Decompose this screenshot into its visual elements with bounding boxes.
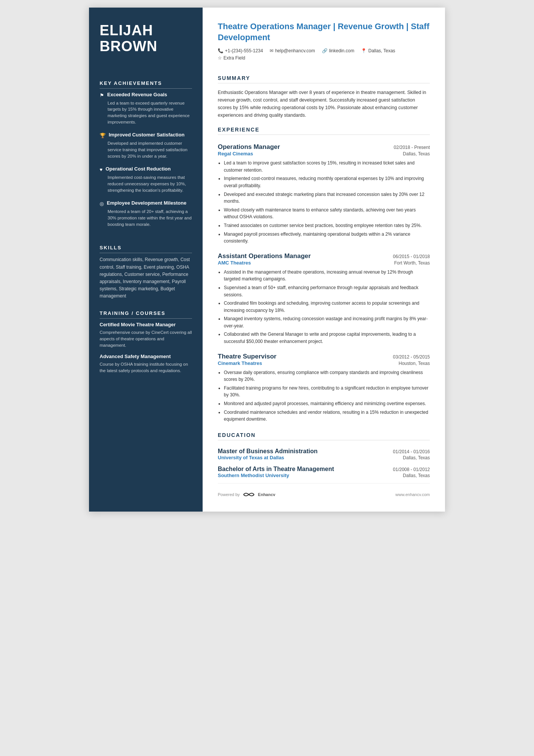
job-entry-1: Operations Manager 02/2018 - Present Reg… (218, 137, 430, 246)
bullet: Worked closely with maintenance teams to… (224, 207, 430, 221)
resume-footer: Powered by Enhancv www.enhancv.com (218, 483, 430, 498)
job-dates-2: 06/2015 - 01/2018 (393, 254, 430, 259)
course-title-1: Certified Movie Theatre Manager (100, 322, 192, 328)
candidate-name: ELIJAH BROWN (100, 23, 192, 55)
contact-location: 📍 Dallas, Texas (361, 48, 395, 53)
job-company-3: Cinemark Theatres (218, 360, 262, 366)
contact-row: 📞 +1-(234)-555-1234 ✉ help@enhancv.com 🔗… (218, 48, 430, 53)
course-item: Certified Movie Theatre Manager Comprehe… (100, 322, 192, 348)
achievement-title-4: Employee Development Milestone (107, 200, 186, 207)
star-icon: ☆ (218, 55, 222, 61)
bullet: Monitored and adjusted payroll processes… (224, 400, 430, 407)
edu-dates-2: 01/2008 - 01/2012 (393, 467, 430, 472)
skills-section-title: SKILLS (100, 245, 192, 253)
education-entry-2: Bachelor of Arts in Theatre Management 0… (218, 460, 430, 478)
job-title-2: Assistant Operations Manager (218, 252, 311, 260)
contact-extra: ☆ Extra Field (218, 55, 430, 61)
contact-email: ✉ help@enhancv.com (270, 48, 315, 53)
bullet: Assisted in the management of theatre op… (224, 269, 430, 283)
bullet: Managed payroll processes effectively, m… (224, 231, 430, 245)
achievement-desc-4: Mentored a team of 20+ staff, achieving … (100, 208, 192, 227)
powered-by-label: Powered by (218, 492, 240, 497)
achievement-title-3: Operational Cost Reduction (106, 166, 171, 172)
bullet: Oversaw daily operations, ensuring compl… (224, 369, 430, 383)
job-bullets-1: Led a team to improve guest satisfaction… (218, 160, 430, 245)
job-dates-3: 03/2012 - 05/2015 (393, 354, 430, 360)
contact-linkedin: 🔗 linkedin.com (322, 48, 354, 53)
skills-text: Communication skills, Revenue growth, Co… (100, 256, 192, 300)
location-icon: 📍 (361, 48, 367, 53)
achievement-icon-3: ♥ (100, 167, 103, 172)
job-title-3: Theatre Supervisor (218, 353, 276, 360)
courses-list: Certified Movie Theatre Manager Comprehe… (100, 322, 192, 379)
edu-school-1: University of Texas at Dallas (218, 455, 284, 460)
footer-left: Powered by Enhancv (218, 491, 275, 498)
contact-phone: 📞 +1-(234)-555-1234 (218, 48, 263, 53)
summary-section-title: SUMMARY (218, 75, 430, 83)
achievement-item: ♥ Operational Cost Reduction Implemented… (100, 166, 192, 193)
bullet: Supervised a team of 50+ staff, enhancin… (224, 284, 430, 298)
job-location-2: Fort Worth, Texas (394, 260, 430, 266)
experience-section-title: EXPERIENCE (218, 127, 430, 135)
job-location-3: Houston, Texas (399, 361, 430, 366)
job-dates-1: 02/2018 - Present (394, 145, 430, 150)
main-headline: Theatre Operations Manager | Revenue Gro… (218, 21, 430, 43)
main-content: Theatre Operations Manager | Revenue Gro… (203, 8, 445, 512)
achievement-item: ◎ Employee Development Milestone Mentore… (100, 200, 192, 227)
job-bullets-3: Oversaw daily operations, ensuring compl… (218, 369, 430, 423)
email-icon: ✉ (270, 48, 273, 53)
achievements-section-title: KEY ACHIEVEMENTS (100, 80, 192, 89)
course-desc-2: Course by OSHA training institute focusi… (100, 361, 192, 374)
brand-name: Enhancv (258, 492, 275, 497)
education-section-title: EDUCATION (218, 432, 430, 440)
phone-icon: 📞 (218, 48, 223, 53)
course-item: Advanced Safety Management Course by OSH… (100, 354, 192, 374)
resume-container: ELIJAH BROWN KEY ACHIEVEMENTS ⚑ Exceeded… (89, 8, 445, 512)
edu-degree-1: Master of Business Administration (218, 448, 317, 455)
job-company-2: AMC Theatres (218, 260, 251, 266)
course-title-2: Advanced Safety Management (100, 354, 192, 360)
achievement-desc-3: Implemented cost-saving measures that re… (100, 174, 192, 193)
edu-location-1: Dallas, Texas (403, 455, 430, 460)
bullet: Collaborated with the General Manager to… (224, 331, 430, 345)
job-title-1: Operations Manager (218, 143, 280, 151)
bullet: Managed inventory systems, reducing conc… (224, 315, 430, 329)
edu-location-2: Dallas, Texas (403, 473, 430, 478)
job-bullets-2: Assisted in the management of theatre op… (218, 269, 430, 345)
achievement-title-1: Exceeded Revenue Goals (107, 92, 167, 98)
edu-degree-2: Bachelor of Arts in Theatre Management (218, 466, 334, 473)
job-location-1: Dallas, Texas (403, 151, 430, 157)
achievement-icon-2: 🏆 (100, 133, 106, 138)
edu-school-2: Southern Methodist University (218, 473, 289, 478)
job-entry-2: Assistant Operations Manager 06/2015 - 0… (218, 246, 430, 347)
enhancv-logo-icon (242, 491, 256, 498)
bullet: Led a team to improve guest satisfaction… (224, 160, 430, 174)
bullet: Coordinated film bookings and scheduling… (224, 300, 430, 314)
education-entry-1: Master of Business Administration 01/201… (218, 443, 430, 460)
achievement-title-2: Improved Customer Satisfaction (109, 132, 184, 138)
job-company-1: Regal Cinemas (218, 151, 253, 157)
bullet: Coordinated maintenance schedules and ve… (224, 409, 430, 423)
job-entry-3: Theatre Supervisor 03/2012 - 05/2015 Cin… (218, 347, 430, 424)
course-desc-1: Comprehensive course by CineCert coverin… (100, 329, 192, 348)
footer-website: www.enhancv.com (395, 492, 430, 497)
linkedin-icon: 🔗 (322, 48, 328, 53)
achievement-icon-4: ◎ (100, 201, 104, 207)
achievement-desc-2: Developed and implemented customer servi… (100, 140, 192, 159)
achievements-list: ⚑ Exceeded Revenue Goals Led a team to e… (100, 92, 192, 235)
achievement-item: 🏆 Improved Customer Satisfaction Develop… (100, 132, 192, 159)
achievement-desc-1: Led a team to exceed quarterly revenue t… (100, 100, 192, 125)
bullet: Implemented cost-control measures, reduc… (224, 175, 430, 189)
achievement-icon-1: ⚑ (100, 92, 104, 98)
bullet: Developed and executed strategic marketi… (224, 191, 430, 205)
sidebar: ELIJAH BROWN KEY ACHIEVEMENTS ⚑ Exceeded… (89, 8, 203, 512)
edu-dates-1: 01/2014 - 01/2016 (393, 449, 430, 454)
summary-text: Enthusiastic Operations Manager with ove… (218, 89, 430, 119)
training-section-title: TRAINING / COURSES (100, 310, 192, 319)
achievement-item: ⚑ Exceeded Revenue Goals Led a team to e… (100, 92, 192, 125)
bullet: Trained associates on customer service b… (224, 222, 430, 229)
bullet: Facilitated training programs for new hi… (224, 385, 430, 399)
